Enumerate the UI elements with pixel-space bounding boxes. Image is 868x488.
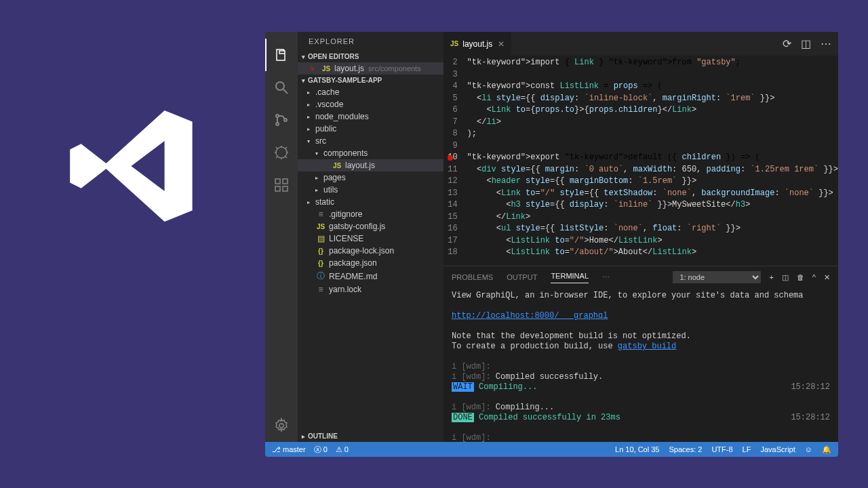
more-icon[interactable]: ⋯ bbox=[821, 37, 831, 50]
svg-point-10 bbox=[279, 424, 283, 428]
svg-point-3 bbox=[276, 123, 279, 125]
js-icon: JS bbox=[450, 40, 458, 47]
language-status[interactable]: JavaScript bbox=[760, 445, 795, 454]
tree-item-yarn-lock[interactable]: ≡yarn.lock bbox=[298, 283, 443, 296]
close-icon[interactable]: ✕ bbox=[498, 39, 505, 49]
tree-item--vscode[interactable]: ▸.vscode bbox=[298, 98, 443, 110]
explorer-icon[interactable] bbox=[265, 39, 298, 71]
tree-item--gitignore[interactable]: ≡.gitignore bbox=[298, 208, 443, 220]
extensions-icon[interactable] bbox=[265, 169, 298, 201]
tree-item-static[interactable]: ▸static bbox=[298, 196, 443, 208]
terminal-tab[interactable]: TERMINAL bbox=[551, 272, 589, 283]
vscode-window: EXPLORER ▾OPEN EDITORS ✕ JS layout.js sr… bbox=[265, 32, 838, 457]
sidebar-title: EXPLORER bbox=[298, 32, 443, 51]
tree-item-utils[interactable]: ▸utils bbox=[298, 184, 443, 196]
tree-item-layout-js[interactable]: JSlayout.js bbox=[298, 159, 443, 171]
tree-item-package-lock-json[interactable]: {}package-lock.json bbox=[298, 245, 443, 257]
tree-item-public[interactable]: ▸public bbox=[298, 123, 443, 135]
open-editor-item[interactable]: ✕ JS layout.js src/components bbox=[298, 62, 443, 75]
indent-status[interactable]: Spaces: 2 bbox=[669, 445, 702, 454]
cursor-position[interactable]: Ln 10, Col 35 bbox=[615, 445, 659, 454]
tree-item--cache[interactable]: ▸.cache bbox=[298, 86, 443, 98]
settings-gear-icon[interactable] bbox=[265, 409, 298, 442]
open-editors-section[interactable]: ▾OPEN EDITORS bbox=[298, 51, 443, 62]
feedback-icon[interactable]: ☺ bbox=[805, 445, 812, 454]
svg-point-5 bbox=[276, 147, 287, 158]
close-panel-icon[interactable]: ✕ bbox=[824, 273, 830, 282]
new-terminal-icon[interactable]: + bbox=[769, 273, 773, 282]
bottom-panel: PROBLEMS OUTPUT TERMINAL ⋯ 1: node + ◫ 🗑… bbox=[443, 266, 838, 442]
panel-more-icon[interactable]: ⋯ bbox=[602, 273, 610, 282]
svg-point-4 bbox=[284, 119, 287, 121]
svg-line-1 bbox=[283, 89, 288, 94]
warnings-count[interactable]: ⚠0 bbox=[336, 445, 349, 455]
terminal-select[interactable]: 1: node bbox=[673, 271, 761, 283]
errors-count[interactable]: ⓧ0 bbox=[314, 445, 328, 455]
tree-item-components[interactable]: ▾components bbox=[298, 147, 443, 159]
activity-bar bbox=[265, 32, 298, 442]
outline-section[interactable]: ▸OUTLINE bbox=[298, 430, 443, 442]
split-editor-icon[interactable]: ◫ bbox=[801, 37, 811, 50]
tree-item-src[interactable]: ▾src bbox=[298, 135, 443, 147]
tree-item-node-modules[interactable]: ▸node_modules bbox=[298, 110, 443, 123]
tree-item-gatsby-config-js[interactable]: JSgatsby-config.js bbox=[298, 220, 443, 232]
maximize-panel-icon[interactable]: ^ bbox=[812, 273, 816, 282]
error-icon: ⓧ bbox=[314, 445, 321, 455]
eol-status[interactable]: LF bbox=[743, 445, 751, 454]
svg-point-0 bbox=[276, 82, 284, 90]
search-icon[interactable] bbox=[265, 71, 298, 104]
explorer-sidebar: EXPLORER ▾OPEN EDITORS ✕ JS layout.js sr… bbox=[298, 32, 443, 442]
tree-item-LICENSE[interactable]: ▤LICENSE bbox=[298, 232, 443, 245]
tree-item-package-json[interactable]: {}package.json bbox=[298, 257, 443, 269]
source-control-icon[interactable] bbox=[265, 104, 298, 136]
encoding-status[interactable]: UTF-8 bbox=[711, 445, 732, 454]
project-section[interactable]: ▾GATSBY-SAMPLE-APP bbox=[298, 75, 443, 86]
code-editor[interactable]: 23456789101112131415161718 "tk-keyword">… bbox=[443, 56, 838, 266]
git-branch[interactable]: ⎇ master bbox=[272, 445, 306, 455]
warning-icon: ⚠ bbox=[336, 445, 342, 454]
vscode-logo bbox=[64, 88, 203, 244]
svg-rect-9 bbox=[283, 179, 288, 184]
branch-icon: ⎇ bbox=[272, 445, 281, 454]
tree-item-pages[interactable]: ▸pages bbox=[298, 171, 443, 184]
notifications-icon[interactable]: 🔔 bbox=[822, 445, 831, 454]
editor-area: JS layout.js ✕ ⟳ ◫ ⋯ 2345678910111213141… bbox=[443, 32, 838, 442]
terminal-output[interactable]: View GraphiQL, an in-browser IDE, to exp… bbox=[443, 288, 838, 442]
debug-icon[interactable] bbox=[265, 136, 298, 169]
problems-tab[interactable]: PROBLEMS bbox=[452, 273, 493, 281]
js-icon: JS bbox=[321, 65, 332, 73]
svg-rect-7 bbox=[275, 186, 280, 191]
svg-point-2 bbox=[276, 115, 279, 117]
tree-item-README-md[interactable]: ⓘREADME.md bbox=[298, 269, 443, 283]
editor-tab[interactable]: JS layout.js ✕ bbox=[443, 32, 511, 56]
output-tab[interactable]: OUTPUT bbox=[507, 273, 537, 281]
compare-icon[interactable]: ⟳ bbox=[783, 37, 791, 50]
split-terminal-icon[interactable]: ◫ bbox=[782, 273, 789, 282]
svg-rect-8 bbox=[283, 186, 288, 191]
kill-terminal-icon[interactable]: 🗑 bbox=[797, 273, 804, 282]
tab-bar: JS layout.js ✕ ⟳ ◫ ⋯ bbox=[443, 32, 838, 56]
svg-rect-6 bbox=[275, 179, 280, 184]
status-bar: ⎇ master ⓧ0 ⚠0 Ln 10, Col 35 Spaces: 2 U… bbox=[265, 442, 838, 457]
file-tree: ▸.cache▸.vscode▸node_modules▸public▾src▾… bbox=[298, 86, 443, 430]
